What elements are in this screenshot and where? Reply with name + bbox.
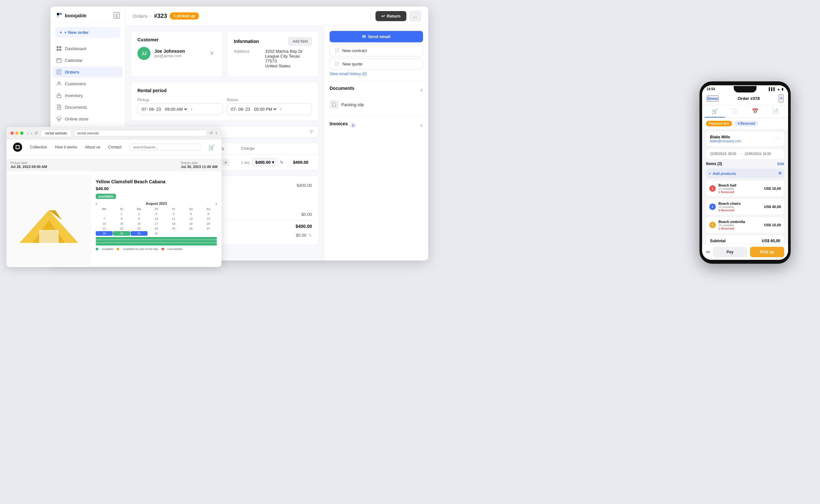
address-bar[interactable]	[74, 130, 207, 136]
close-dot[interactable]	[10, 132, 14, 135]
reload-button[interactable]: ↺	[34, 131, 38, 136]
plus-icon: +	[60, 30, 62, 35]
browser-tab[interactable]: rental website	[41, 130, 71, 136]
status-badge: 1 picked up	[170, 12, 199, 20]
view-email-history-link[interactable]: View email history (0)	[330, 72, 423, 76]
store-nav: Collection How it works About us Contact…	[7, 139, 221, 155]
sidebar-item-label: Online store	[65, 117, 89, 121]
cart-icon[interactable]: 🛒	[208, 144, 215, 150]
phone-customer-name: Blake Mills	[710, 135, 780, 139]
item-info-1: Beach ball 10 available 1 Reserved	[718, 183, 761, 194]
pickup-input[interactable]: 07- 09- 23 09:00 AM ▾	[137, 104, 223, 115]
sidebar-item-dashboard[interactable]: Dashboard	[53, 43, 122, 54]
item-num-2: 2	[709, 203, 716, 210]
sidebar-item-customers[interactable]: Customers	[53, 78, 122, 89]
invoice-count-badge: 1	[350, 123, 356, 128]
quantity-increment-button[interactable]: +	[222, 159, 229, 166]
item-price-1: US$ 10,00	[764, 187, 781, 190]
cal-header-we: We	[131, 207, 148, 211]
documents-header: Documents ∧	[330, 86, 423, 94]
product-image	[13, 191, 85, 249]
doc-label: Packing slip	[341, 102, 364, 107]
quote-icon: 📄	[334, 62, 340, 66]
cal-header-tu: Tu	[113, 207, 130, 211]
price-edit-icon[interactable]: ✎	[280, 160, 284, 165]
calendar: ‹ August 2023 › Mo Tu We Th Fr Sa Su	[96, 202, 217, 245]
return-time-select[interactable]: 05:00 PM	[253, 106, 277, 112]
charge-period: 1 day	[241, 161, 250, 164]
rental-grid: Pickup 07- 09- 23 09:00 AM ▾ Return	[137, 98, 312, 115]
sidebar-item-inventory[interactable]: Inventory	[53, 90, 122, 101]
new-contract-button[interactable]: 📄 New contract	[330, 45, 423, 56]
nav-contact[interactable]: Contact	[108, 145, 121, 149]
calendar-legend: Available Available for part of the day …	[96, 247, 217, 251]
more-options-button[interactable]: ...	[409, 10, 421, 21]
tab-doc[interactable]: 📄	[765, 105, 785, 118]
items-edit-button[interactable]: Edit	[777, 162, 784, 166]
sidebar-item-label: Customers	[65, 81, 86, 86]
customer-email: joe@acme.com	[154, 54, 204, 58]
documents-collapse-icon[interactable]: ∧	[420, 87, 423, 92]
sidebar-item-documents[interactable]: Documents	[53, 102, 122, 113]
price-control: 1 day $400.00 ▾ ✎	[241, 158, 293, 166]
invoices-header: Invoices 1 ∧	[330, 121, 423, 130]
store-content: Yellow Clamshell Beach Cabana $49.00 ava…	[7, 175, 221, 266]
pay-button[interactable]: Pay	[713, 247, 747, 257]
phone-footer-edit-button[interactable]: ✏	[706, 249, 710, 255]
minimize-dot[interactable]	[15, 132, 19, 135]
sidebar-item-calendar[interactable]: Calendar	[53, 55, 122, 66]
add-tab-icon[interactable]: +	[215, 131, 218, 135]
invoices-collapse-icon[interactable]: ∧	[420, 123, 423, 128]
customer-card-title: Customer	[137, 37, 216, 42]
sidebar-item-online-store[interactable]: Online store	[53, 113, 122, 124]
browser-nav: ‹ › ↺	[27, 131, 38, 136]
sidebar-item-label: Documents	[65, 105, 87, 110]
packing-slip-item[interactable]: Packing slip	[330, 97, 423, 112]
next-month-button[interactable]: ›	[216, 202, 217, 205]
return-input[interactable]: 07- 09- 23 05:00 PM ▾	[227, 104, 312, 115]
reload-icon[interactable]: ↺	[209, 131, 213, 135]
remove-customer-button[interactable]: ✕	[208, 49, 216, 58]
nav-how-it-works[interactable]: How it works	[55, 145, 77, 149]
new-order-button[interactable]: + + New order	[55, 27, 120, 38]
pickup-button[interactable]: Pick up	[750, 247, 785, 257]
pickup-label: Pickup	[137, 98, 223, 102]
return-button[interactable]: ↩ Return	[375, 11, 406, 21]
phone-footer: ✏ Pay Pick up	[702, 244, 788, 260]
phone-more-button[interactable]: ⋯	[775, 135, 780, 141]
info-address-row: Address 3202 Marina Bay Dr League City T…	[234, 49, 312, 68]
nav-collection[interactable]: Collection	[30, 145, 47, 149]
new-quote-button[interactable]: 📄 New quote	[330, 58, 423, 70]
right-panel: ✉ Send email 📄 New contract 📄 New quote …	[324, 26, 428, 260]
legend-unavailable-label: Unavailable	[167, 247, 183, 251]
sidebar-collapse-button[interactable]: ❮	[113, 12, 120, 19]
tab-cart[interactable]: 🛒	[705, 105, 725, 118]
sidebar-item-label: Inventory	[65, 93, 83, 98]
tab-info[interactable]: ⓘ	[725, 105, 745, 118]
phone-back-button[interactable]: Done	[707, 95, 719, 102]
maximize-dot[interactable]	[20, 132, 23, 135]
tab-calendar[interactable]: 📅	[745, 105, 765, 118]
pickup-time-select[interactable]: 09:00 AM	[163, 106, 188, 112]
phone-add-button[interactable]: +	[779, 94, 784, 103]
filter-icon[interactable]	[309, 129, 314, 134]
nav-about[interactable]: About us	[85, 145, 100, 149]
item-info-2: Beach chairs 15 available 2 Reserved	[718, 202, 761, 212]
phone-subtotal: Subtotal US$ 60,00	[706, 235, 784, 244]
date-strip: Pickup date Jul 28, 2023 09:00 AM Return…	[7, 159, 221, 171]
pickup-date-label: Pickup date	[10, 161, 47, 165]
add-products-button[interactable]: + Add products ⚙	[706, 169, 784, 178]
back-button[interactable]: ‹	[27, 131, 29, 136]
top-bar-actions: ↩ Return ...	[375, 10, 421, 21]
store-search-input[interactable]	[129, 144, 201, 151]
send-email-button[interactable]: ✉ Send email	[330, 31, 423, 42]
sidebar-item-orders[interactable]: Orders	[53, 66, 122, 77]
information-card: Information Add field Address 3202 Marin…	[227, 31, 319, 77]
col-charge: Charge	[241, 146, 293, 151]
svg-rect-4	[57, 59, 61, 63]
deposit-edit-button[interactable]: ✎	[308, 233, 312, 238]
customer-row: JJ Joe Johnsson joe@acme.com ✕	[137, 47, 216, 60]
prev-month-button[interactable]: ‹	[96, 202, 97, 205]
add-field-button[interactable]: Add field	[288, 37, 312, 46]
forward-button[interactable]: ›	[31, 131, 33, 136]
